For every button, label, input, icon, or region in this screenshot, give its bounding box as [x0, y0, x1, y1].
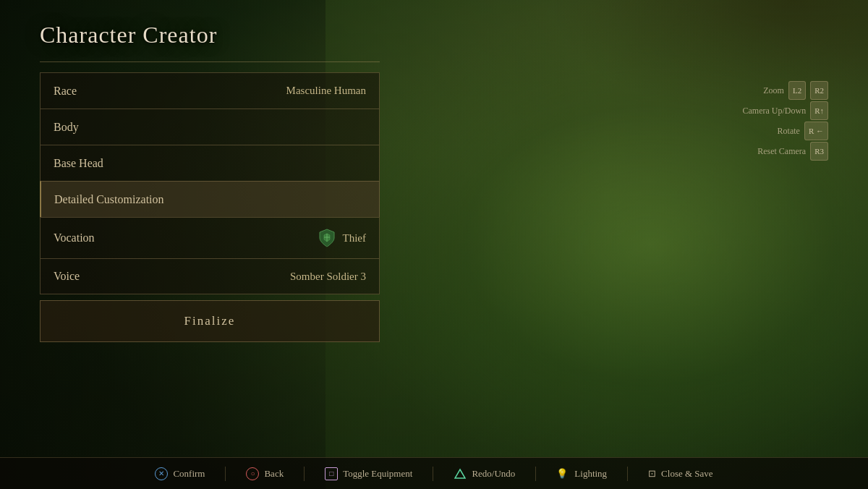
menu-item-vocation[interactable]: Vocation Thief: [40, 217, 380, 258]
bottom-bar: ✕ Confirm ○ Back □ Toggle Equipment Redo…: [0, 457, 868, 489]
rotate-control: Rotate R ←: [743, 122, 829, 140]
race-value: Masculine Human: [286, 85, 366, 97]
action-lighting[interactable]: 💡 Lighting: [556, 468, 607, 480]
svg-marker-2: [455, 469, 465, 478]
action-toggle-equipment[interactable]: □ Toggle Equipment: [325, 467, 412, 480]
camera-controls: Zoom L2 R2 Camera Up/Down R↑ Rotate R ← …: [743, 81, 829, 162]
action-back[interactable]: ○ Back: [246, 467, 284, 480]
reset-btn: R3: [810, 142, 828, 161]
x-button-icon: ✕: [155, 467, 168, 480]
zoom-btn-r2: R2: [810, 81, 828, 100]
reset-camera-control: Reset Camera R3: [743, 142, 829, 161]
detailed-customization-label: Detailed Customization: [54, 193, 164, 206]
rotate-label: Rotate: [778, 122, 800, 140]
base-head-label: Base Head: [54, 157, 103, 170]
square-button-icon: □: [325, 467, 338, 480]
menu-item-detailed-customization[interactable]: Detailed Customization: [40, 181, 380, 217]
divider-3: [433, 467, 433, 481]
voice-value: Somber Soldier 3: [290, 271, 366, 283]
menu-item-voice[interactable]: Voice Somber Soldier 3: [40, 258, 380, 294]
menu-item-base-head[interactable]: Base Head: [40, 145, 380, 181]
body-label: Body: [54, 121, 79, 134]
reset-label: Reset Camera: [757, 143, 806, 160]
camera-ud-label: Camera Up/Down: [743, 102, 807, 119]
lighting-label: Lighting: [574, 468, 607, 480]
action-close-save[interactable]: ⊡ Close & Save: [648, 468, 713, 480]
zoom-control: Zoom L2 R2: [743, 81, 829, 100]
rotate-btn: R ←: [804, 122, 828, 140]
zoom-label: Zoom: [763, 82, 784, 99]
page-title: Character Creator: [40, 22, 217, 48]
lighting-icon: 💡: [556, 468, 568, 480]
triangle-button-icon: [454, 467, 467, 480]
back-label: Back: [264, 468, 284, 480]
menu-item-body[interactable]: Body: [40, 109, 380, 145]
toggle-equipment-label: Toggle Equipment: [343, 468, 412, 480]
o-button-icon: ○: [246, 467, 259, 480]
zoom-btn-l2: L2: [788, 81, 806, 100]
camera-ud-control: Camera Up/Down R↑: [743, 101, 829, 120]
close-save-label: Close & Save: [661, 468, 713, 480]
divider-1: [225, 467, 226, 481]
vocation-value: Thief: [317, 228, 366, 248]
camera-ud-btn: R↑: [810, 101, 828, 120]
menu-panel: Race Masculine Human Body Base Head Deta…: [40, 72, 380, 342]
confirm-label: Confirm: [173, 468, 205, 480]
vocation-label: Vocation: [54, 231, 95, 244]
divider-2: [304, 467, 305, 481]
redo-undo-label: Redo/Undo: [472, 468, 515, 480]
title-separator: [40, 61, 380, 62]
action-redo-undo[interactable]: Redo/Undo: [454, 467, 515, 480]
race-label: Race: [54, 85, 77, 98]
vocation-name: Thief: [343, 232, 366, 244]
divider-5: [627, 467, 628, 481]
voice-label: Voice: [54, 270, 80, 283]
ui-layer: Character Creator Race Masculine Human B…: [0, 0, 868, 489]
action-confirm[interactable]: ✕ Confirm: [155, 467, 205, 480]
finalize-button[interactable]: Finalize: [40, 300, 380, 342]
menu-item-race[interactable]: Race Masculine Human: [40, 72, 380, 109]
divider-4: [535, 467, 536, 481]
vocation-icon: [317, 228, 337, 248]
close-save-icon: ⊡: [648, 468, 656, 480]
